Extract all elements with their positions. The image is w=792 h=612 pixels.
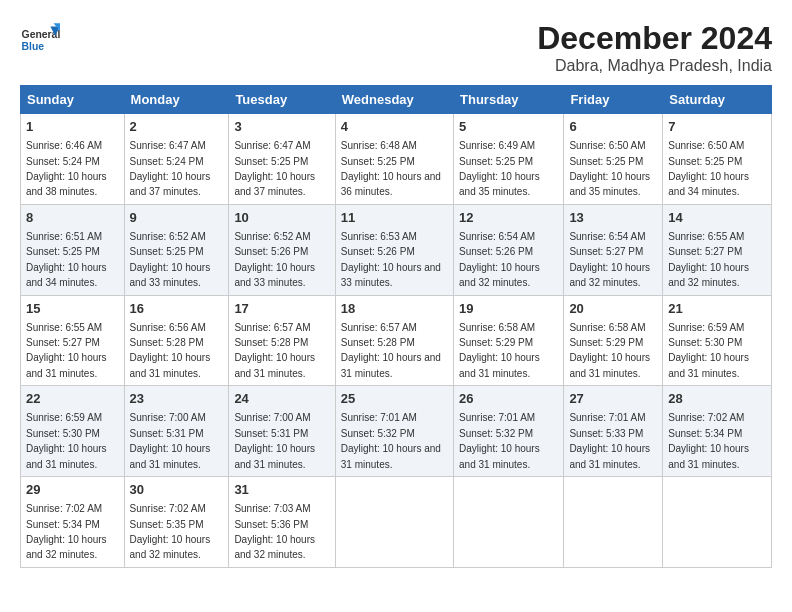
calendar-cell: 15Sunrise: 6:55 AMSunset: 5:27 PMDayligh… [21, 295, 125, 386]
day-info: Sunrise: 6:47 AMSunset: 5:25 PMDaylight:… [234, 140, 315, 197]
day-info: Sunrise: 6:54 AMSunset: 5:26 PMDaylight:… [459, 231, 540, 288]
header-thursday: Thursday [454, 86, 564, 114]
page-header: General Blue December 2024 Dabra, Madhya… [20, 20, 772, 75]
day-number: 11 [341, 209, 448, 227]
calendar-week-4: 22Sunrise: 6:59 AMSunset: 5:30 PMDayligh… [21, 386, 772, 477]
day-number: 4 [341, 118, 448, 136]
day-info: Sunrise: 6:48 AMSunset: 5:25 PMDaylight:… [341, 140, 441, 197]
day-number: 12 [459, 209, 558, 227]
calendar-cell: 26Sunrise: 7:01 AMSunset: 5:32 PMDayligh… [454, 386, 564, 477]
calendar-cell: 22Sunrise: 6:59 AMSunset: 5:30 PMDayligh… [21, 386, 125, 477]
day-info: Sunrise: 6:55 AMSunset: 5:27 PMDaylight:… [668, 231, 749, 288]
calendar-cell: 30Sunrise: 7:02 AMSunset: 5:35 PMDayligh… [124, 477, 229, 568]
day-info: Sunrise: 6:52 AMSunset: 5:25 PMDaylight:… [130, 231, 211, 288]
day-number: 29 [26, 481, 119, 499]
calendar-header-row: SundayMondayTuesdayWednesdayThursdayFrid… [21, 86, 772, 114]
header-friday: Friday [564, 86, 663, 114]
day-number: 6 [569, 118, 657, 136]
calendar-cell: 4Sunrise: 6:48 AMSunset: 5:25 PMDaylight… [335, 114, 453, 205]
subtitle: Dabra, Madhya Pradesh, India [537, 57, 772, 75]
day-number: 27 [569, 390, 657, 408]
logo: General Blue [20, 20, 64, 60]
day-info: Sunrise: 7:00 AMSunset: 5:31 PMDaylight:… [130, 412, 211, 469]
calendar-cell: 20Sunrise: 6:58 AMSunset: 5:29 PMDayligh… [564, 295, 663, 386]
day-number: 5 [459, 118, 558, 136]
calendar-cell: 3Sunrise: 6:47 AMSunset: 5:25 PMDaylight… [229, 114, 335, 205]
day-info: Sunrise: 6:52 AMSunset: 5:26 PMDaylight:… [234, 231, 315, 288]
day-number: 7 [668, 118, 766, 136]
svg-text:Blue: Blue [22, 41, 45, 52]
day-info: Sunrise: 6:50 AMSunset: 5:25 PMDaylight:… [569, 140, 650, 197]
header-monday: Monday [124, 86, 229, 114]
calendar-cell: 13Sunrise: 6:54 AMSunset: 5:27 PMDayligh… [564, 204, 663, 295]
day-info: Sunrise: 6:50 AMSunset: 5:25 PMDaylight:… [668, 140, 749, 197]
calendar-cell: 23Sunrise: 7:00 AMSunset: 5:31 PMDayligh… [124, 386, 229, 477]
calendar-table: SundayMondayTuesdayWednesdayThursdayFrid… [20, 85, 772, 568]
day-info: Sunrise: 6:57 AMSunset: 5:28 PMDaylight:… [341, 322, 441, 379]
day-info: Sunrise: 7:02 AMSunset: 5:34 PMDaylight:… [668, 412, 749, 469]
calendar-cell: 1Sunrise: 6:46 AMSunset: 5:24 PMDaylight… [21, 114, 125, 205]
day-number: 31 [234, 481, 329, 499]
calendar-cell: 28Sunrise: 7:02 AMSunset: 5:34 PMDayligh… [663, 386, 772, 477]
calendar-cell [335, 477, 453, 568]
day-number: 28 [668, 390, 766, 408]
header-tuesday: Tuesday [229, 86, 335, 114]
day-info: Sunrise: 6:53 AMSunset: 5:26 PMDaylight:… [341, 231, 441, 288]
day-info: Sunrise: 7:01 AMSunset: 5:32 PMDaylight:… [459, 412, 540, 469]
day-info: Sunrise: 6:56 AMSunset: 5:28 PMDaylight:… [130, 322, 211, 379]
day-info: Sunrise: 6:58 AMSunset: 5:29 PMDaylight:… [569, 322, 650, 379]
calendar-cell: 25Sunrise: 7:01 AMSunset: 5:32 PMDayligh… [335, 386, 453, 477]
day-info: Sunrise: 7:02 AMSunset: 5:35 PMDaylight:… [130, 503, 211, 560]
calendar-week-1: 1Sunrise: 6:46 AMSunset: 5:24 PMDaylight… [21, 114, 772, 205]
calendar-cell: 19Sunrise: 6:58 AMSunset: 5:29 PMDayligh… [454, 295, 564, 386]
day-number: 30 [130, 481, 224, 499]
day-number: 16 [130, 300, 224, 318]
day-info: Sunrise: 6:54 AMSunset: 5:27 PMDaylight:… [569, 231, 650, 288]
day-number: 1 [26, 118, 119, 136]
calendar-cell: 31Sunrise: 7:03 AMSunset: 5:36 PMDayligh… [229, 477, 335, 568]
day-info: Sunrise: 7:01 AMSunset: 5:32 PMDaylight:… [341, 412, 441, 469]
day-info: Sunrise: 6:58 AMSunset: 5:29 PMDaylight:… [459, 322, 540, 379]
calendar-cell [663, 477, 772, 568]
header-wednesday: Wednesday [335, 86, 453, 114]
calendar-week-5: 29Sunrise: 7:02 AMSunset: 5:34 PMDayligh… [21, 477, 772, 568]
day-number: 13 [569, 209, 657, 227]
day-info: Sunrise: 6:47 AMSunset: 5:24 PMDaylight:… [130, 140, 211, 197]
calendar-cell [564, 477, 663, 568]
calendar-cell: 10Sunrise: 6:52 AMSunset: 5:26 PMDayligh… [229, 204, 335, 295]
calendar-cell: 7Sunrise: 6:50 AMSunset: 5:25 PMDaylight… [663, 114, 772, 205]
day-number: 3 [234, 118, 329, 136]
day-info: Sunrise: 7:00 AMSunset: 5:31 PMDaylight:… [234, 412, 315, 469]
day-number: 22 [26, 390, 119, 408]
day-number: 9 [130, 209, 224, 227]
calendar-cell: 12Sunrise: 6:54 AMSunset: 5:26 PMDayligh… [454, 204, 564, 295]
main-title: December 2024 [537, 20, 772, 57]
day-info: Sunrise: 6:57 AMSunset: 5:28 PMDaylight:… [234, 322, 315, 379]
header-saturday: Saturday [663, 86, 772, 114]
day-number: 20 [569, 300, 657, 318]
calendar-cell: 18Sunrise: 6:57 AMSunset: 5:28 PMDayligh… [335, 295, 453, 386]
day-number: 15 [26, 300, 119, 318]
day-number: 19 [459, 300, 558, 318]
calendar-cell [454, 477, 564, 568]
day-info: Sunrise: 6:59 AMSunset: 5:30 PMDaylight:… [668, 322, 749, 379]
day-number: 23 [130, 390, 224, 408]
day-number: 24 [234, 390, 329, 408]
calendar-cell: 29Sunrise: 7:02 AMSunset: 5:34 PMDayligh… [21, 477, 125, 568]
day-number: 14 [668, 209, 766, 227]
header-sunday: Sunday [21, 86, 125, 114]
day-number: 17 [234, 300, 329, 318]
day-number: 8 [26, 209, 119, 227]
calendar-week-3: 15Sunrise: 6:55 AMSunset: 5:27 PMDayligh… [21, 295, 772, 386]
calendar-week-2: 8Sunrise: 6:51 AMSunset: 5:25 PMDaylight… [21, 204, 772, 295]
day-number: 25 [341, 390, 448, 408]
day-info: Sunrise: 7:02 AMSunset: 5:34 PMDaylight:… [26, 503, 107, 560]
day-info: Sunrise: 7:01 AMSunset: 5:33 PMDaylight:… [569, 412, 650, 469]
calendar-cell: 8Sunrise: 6:51 AMSunset: 5:25 PMDaylight… [21, 204, 125, 295]
day-number: 26 [459, 390, 558, 408]
day-info: Sunrise: 6:55 AMSunset: 5:27 PMDaylight:… [26, 322, 107, 379]
day-info: Sunrise: 6:51 AMSunset: 5:25 PMDaylight:… [26, 231, 107, 288]
day-info: Sunrise: 6:46 AMSunset: 5:24 PMDaylight:… [26, 140, 107, 197]
calendar-cell: 5Sunrise: 6:49 AMSunset: 5:25 PMDaylight… [454, 114, 564, 205]
calendar-cell: 16Sunrise: 6:56 AMSunset: 5:28 PMDayligh… [124, 295, 229, 386]
